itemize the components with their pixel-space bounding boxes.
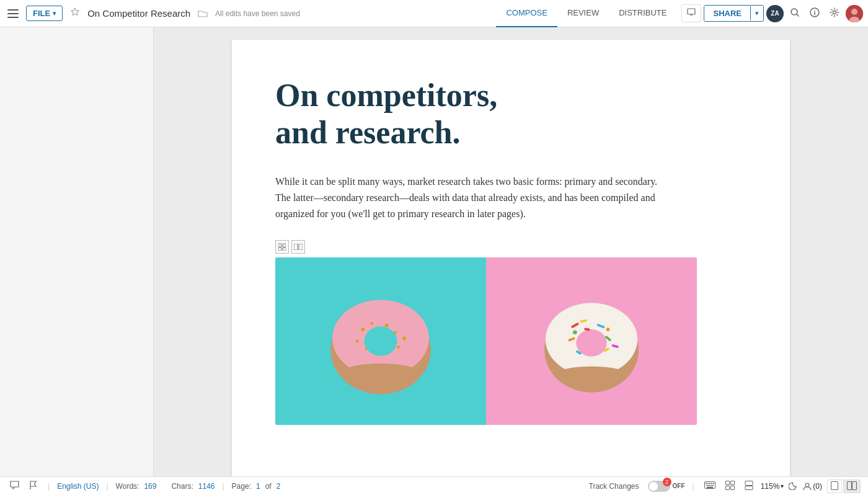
svg-rect-54 <box>707 487 713 488</box>
track-changes-label: Track Changes <box>589 482 639 491</box>
topbar-left: FILE ▾ On Competitor Research All edits … <box>5 5 491 22</box>
svg-point-22 <box>385 323 389 327</box>
toggle-background[interactable]: 2 <box>648 481 670 492</box>
svg-rect-63 <box>848 481 852 489</box>
left-panel <box>0 27 154 476</box>
svg-rect-0 <box>7 9 19 11</box>
present-button[interactable] <box>681 4 701 22</box>
topbar-right: SHARE ▾ ZA <box>681 4 863 22</box>
svg-point-41 <box>573 330 577 334</box>
view-toggle <box>827 479 861 493</box>
page-of: of <box>265 482 272 491</box>
toggle-state: OFF <box>673 483 685 489</box>
svg-rect-48 <box>711 483 712 484</box>
separator-1: | <box>48 482 50 491</box>
file-label: FILE <box>33 9 50 18</box>
image-controls <box>275 240 746 254</box>
users-count-value: (0) <box>813 482 822 491</box>
svg-rect-47 <box>709 483 711 484</box>
svg-rect-16 <box>299 244 303 250</box>
double-page-view-button[interactable] <box>843 479 861 493</box>
tab-distribute[interactable]: DISTRIBUTE <box>609 0 676 27</box>
svg-rect-2 <box>7 17 19 18</box>
svg-point-21 <box>370 322 373 325</box>
moon-icon[interactable] <box>789 481 798 492</box>
separator-5: | <box>693 482 694 491</box>
svg-rect-64 <box>852 481 857 489</box>
svg-point-24 <box>356 339 359 342</box>
share-button[interactable]: SHARE <box>704 6 750 21</box>
donut-image <box>275 257 697 425</box>
document-canvas: On competitors,and research. While it ca… <box>232 40 790 476</box>
avatar <box>846 5 863 22</box>
donut-right-panel <box>486 257 697 425</box>
page-total: 2 <box>277 482 281 491</box>
svg-rect-12 <box>283 244 286 247</box>
svg-rect-14 <box>283 248 286 251</box>
image-layout-button[interactable] <box>291 240 305 254</box>
svg-rect-58 <box>730 486 734 489</box>
separator-2: | <box>106 482 108 491</box>
svg-rect-51 <box>708 485 709 486</box>
svg-rect-3 <box>688 9 695 14</box>
svg-rect-57 <box>725 486 729 489</box>
page-current: 1 <box>256 482 260 491</box>
track-changes-toggle[interactable]: 2 OFF <box>648 481 685 492</box>
bottombar-right: Track Changes 2 OFF | <box>589 479 861 493</box>
words-value: 169 <box>144 482 156 491</box>
image-add-button[interactable] <box>275 240 289 254</box>
users-count[interactable]: (0) <box>803 482 822 491</box>
single-page-view-button[interactable] <box>827 479 842 493</box>
svg-point-42 <box>606 328 610 331</box>
svg-rect-49 <box>713 483 714 484</box>
comment-icon[interactable] <box>7 481 22 491</box>
favorite-button[interactable] <box>68 5 82 22</box>
document-body[interactable]: While it can be split many ways, market … <box>275 174 672 223</box>
svg-point-19 <box>364 326 397 356</box>
save-status: All edits have been saved <box>215 9 300 18</box>
keyboard-icon[interactable] <box>702 481 718 491</box>
svg-rect-50 <box>706 485 707 486</box>
tab-review[interactable]: REVIEW <box>557 0 609 27</box>
pink-donut-svg <box>322 273 440 409</box>
menu-button[interactable] <box>5 7 21 20</box>
grid-view-icon[interactable] <box>723 481 737 492</box>
svg-point-7 <box>833 11 836 14</box>
search-button[interactable] <box>786 5 804 22</box>
svg-rect-11 <box>278 244 281 247</box>
svg-rect-60 <box>745 486 753 489</box>
svg-rect-59 <box>745 481 753 485</box>
main-area: On competitors,and research. While it ca… <box>0 27 868 476</box>
zoom-chevron-icon: ▾ <box>781 483 784 489</box>
svg-point-61 <box>805 483 809 487</box>
flag-icon[interactable] <box>27 481 40 492</box>
svg-point-6 <box>814 10 815 11</box>
settings-button[interactable] <box>826 5 843 22</box>
svg-point-43 <box>559 367 624 378</box>
page-view-icon[interactable] <box>742 481 756 492</box>
svg-point-25 <box>402 336 406 340</box>
document-title: On Competitor Research <box>87 8 190 19</box>
bottombar-left: | English (US) | Words: 169 Chars: 1146 … <box>7 481 589 492</box>
zoom-control[interactable]: 115% ▾ <box>761 482 784 491</box>
topbar-tabs: COMPOSE REVIEW DISTRIBUTE <box>496 0 676 27</box>
svg-point-28 <box>345 363 416 378</box>
user-badge: ZA <box>766 5 784 22</box>
info-button[interactable] <box>806 5 823 22</box>
svg-point-9 <box>851 9 857 15</box>
share-dropdown-button[interactable]: ▾ <box>750 6 763 20</box>
tab-compose[interactable]: COMPOSE <box>496 0 557 27</box>
white-donut-svg <box>533 273 650 409</box>
file-menu-button[interactable]: FILE ▾ <box>26 6 63 21</box>
svg-rect-62 <box>831 481 838 489</box>
svg-rect-15 <box>294 244 298 250</box>
separator-4: | <box>222 482 224 491</box>
bottombar: | English (US) | Words: 169 Chars: 1146 … <box>0 476 868 495</box>
svg-point-20 <box>361 328 365 331</box>
svg-rect-53 <box>712 485 713 486</box>
share-group: SHARE ▾ <box>704 5 764 22</box>
document-heading: On competitors,and research. <box>275 77 746 151</box>
language-selector[interactable]: English (US) <box>57 482 99 491</box>
document-canvas-wrapper[interactable]: On competitors,and research. While it ca… <box>154 27 868 476</box>
toggle-badge: 2 <box>663 478 671 486</box>
